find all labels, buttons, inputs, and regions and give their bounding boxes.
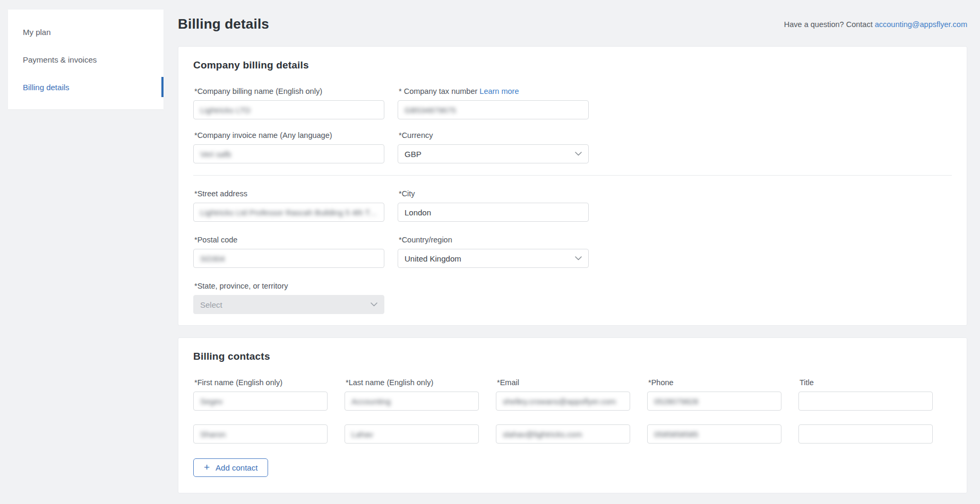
plus-icon: + xyxy=(204,462,210,472)
section-divider xyxy=(193,175,952,176)
company-invoice-name-value: Veri safb xyxy=(200,150,231,159)
sidebar-item-label: Billing details xyxy=(23,83,70,92)
contact-email-input[interactable]: slahav@lightricks.com xyxy=(496,424,630,444)
currency-value: GBP xyxy=(405,150,422,159)
postal-code-input[interactable]: SO304 xyxy=(193,249,384,268)
main-content: Billing details Have a question? Contact… xyxy=(178,13,967,32)
chevron-down-icon xyxy=(575,256,582,260)
contact-phone-value: 0528079828 xyxy=(654,397,698,406)
company-billing-name-label: *Company billing name (English only) xyxy=(194,87,384,95)
contact-email-value: shelley.crowans@appsflyer.com xyxy=(503,397,616,406)
currency-label: *Currency xyxy=(399,131,589,140)
city-input[interactable]: London xyxy=(398,203,589,222)
company-tax-number-value: GB534879675 xyxy=(405,106,456,115)
contact-first-name-input[interactable]: Segev xyxy=(193,392,328,411)
sidebar-item-label: Payments & invoices xyxy=(23,55,97,64)
postal-code-value: SO304 xyxy=(200,254,225,263)
contact-title-input[interactable] xyxy=(798,392,933,411)
state-province-select[interactable]: Select xyxy=(193,295,384,314)
add-contact-button[interactable]: + Add contact xyxy=(193,458,268,477)
add-contact-label: Add contact xyxy=(216,463,257,472)
contact-last-name-input[interactable]: Accounting xyxy=(345,392,479,411)
contact-last-name-value: Lahav xyxy=(351,430,373,439)
contact-first-name-value: Sharon xyxy=(200,430,226,439)
contact-first-name-value: Segev xyxy=(200,397,223,406)
contact-first-name-input[interactable]: Sharon xyxy=(193,424,328,444)
active-indicator-bar xyxy=(161,77,164,97)
learn-more-link[interactable]: Learn more xyxy=(479,87,519,95)
country-region-value: United Kingdom xyxy=(405,254,461,263)
contact-phone-input[interactable]: 0585858585 xyxy=(647,424,781,444)
help-text: Have a question? Contactaccounting@appsf… xyxy=(784,20,967,29)
chevron-down-icon xyxy=(575,152,582,156)
contact-email-input[interactable]: shelley.crowans@appsflyer.com xyxy=(496,392,630,411)
state-province-label: *State, province, or territory xyxy=(194,282,384,290)
title-column-label: Title xyxy=(800,378,933,387)
street-address-label: *Street address xyxy=(194,189,384,198)
company-billing-name-input[interactable]: Lightricks LTD xyxy=(193,100,384,119)
contact-title-input[interactable] xyxy=(798,424,933,444)
page-title: Billing details xyxy=(178,16,269,32)
contact-phone-input[interactable]: 0528079828 xyxy=(647,392,781,411)
email-column-label: *Email xyxy=(497,378,630,387)
city-label: *City xyxy=(399,189,589,198)
help-prefix: Have a question? Contact xyxy=(784,20,873,29)
contact-email-value: slahav@lightricks.com xyxy=(503,430,582,439)
country-region-label: *Country/region xyxy=(399,236,589,244)
company-tax-number-label: * Company tax number Learn more xyxy=(399,87,589,95)
chevron-down-icon xyxy=(371,302,377,307)
billing-sidebar: My plan Payments & invoices Billing deta… xyxy=(8,10,164,109)
sidebar-item-label: My plan xyxy=(23,28,51,37)
billing-contacts-card: Billing contacts *First name (English on… xyxy=(178,337,967,493)
company-invoice-name-input[interactable]: Veri safb xyxy=(193,144,384,163)
phone-column-label: *Phone xyxy=(648,378,781,387)
company-section-title: Company billing details xyxy=(193,59,952,71)
postal-code-label: *Postal code xyxy=(194,236,384,244)
tax-label-text: * Company tax number xyxy=(399,87,477,95)
company-tax-number-input[interactable]: GB534879675 xyxy=(398,100,589,119)
country-region-select[interactable]: United Kingdom xyxy=(398,249,589,268)
last-name-column-label: *Last name (English only) xyxy=(346,378,479,387)
sidebar-item-my-plan[interactable]: My plan xyxy=(8,18,164,46)
page-header: Billing details Have a question? Contact… xyxy=(178,13,967,32)
first-name-column-label: *First name (English only) xyxy=(194,378,328,387)
contact-row: Sharon Lahav slahav@lightricks.com 05858… xyxy=(193,424,952,444)
contact-phone-value: 0585858585 xyxy=(654,430,698,439)
sidebar-item-payments-invoices[interactable]: Payments & invoices xyxy=(8,46,164,73)
contact-last-name-input[interactable]: Lahav xyxy=(345,424,479,444)
company-invoice-name-label: *Company invoice name (Any language) xyxy=(194,131,384,140)
street-address-value: Lightricks Ltd Professor Rascah Building… xyxy=(200,208,377,217)
city-value: London xyxy=(405,208,431,217)
company-billing-name-value: Lightricks LTD xyxy=(200,106,251,115)
contact-last-name-value: Accounting xyxy=(351,397,391,406)
sidebar-item-billing-details[interactable]: Billing details xyxy=(8,73,164,101)
contacts-section-title: Billing contacts xyxy=(193,351,952,362)
contact-email-link[interactable]: accounting@appsflyer.com xyxy=(875,20,967,29)
company-billing-details-card: Company billing details *Company billing… xyxy=(178,46,967,326)
street-address-input[interactable]: Lightricks Ltd Professor Rascah Building… xyxy=(193,203,384,222)
state-province-placeholder: Select xyxy=(200,300,222,309)
currency-select[interactable]: GBP xyxy=(398,144,589,163)
